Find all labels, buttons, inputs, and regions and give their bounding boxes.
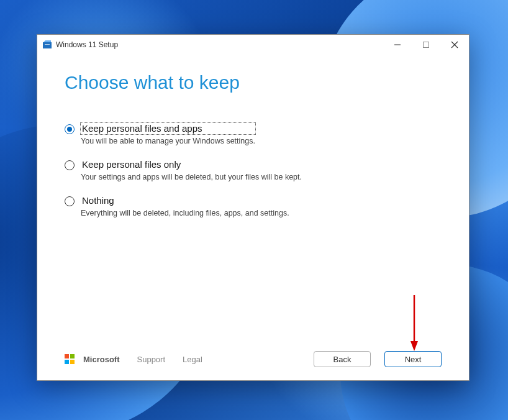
radio-icon[interactable] [65,196,75,206]
footer-brand: Microsoft [83,355,120,364]
option-description: Everything will be deleted, including fi… [81,209,289,217]
minimize-button[interactable] [383,35,412,55]
support-link[interactable]: Support [137,355,166,364]
page-title: Choose what to keep [65,72,442,93]
radio-icon[interactable] [65,124,75,134]
option-description: Your settings and apps will be deleted, … [81,173,302,181]
microsoft-logo-icon [65,354,75,364]
next-button[interactable]: Next [384,351,442,367]
option-keep-files-apps[interactable]: Keep personal files and apps You will be… [65,123,442,145]
radio-icon[interactable] [65,160,75,170]
svg-rect-3 [424,42,429,48]
options-group: Keep personal files and apps You will be… [65,123,442,217]
close-button[interactable] [440,35,469,55]
svg-rect-1 [45,44,50,45]
footer: Microsoft Support Legal Back Next [37,345,469,380]
titlebar[interactable]: Windows 11 Setup [37,35,469,55]
back-button[interactable]: Back [314,351,371,367]
legal-link[interactable]: Legal [183,355,202,364]
option-nothing[interactable]: Nothing Everything will be deleted, incl… [65,195,442,217]
svg-rect-0 [43,42,52,48]
maximize-button[interactable] [412,35,440,55]
option-keep-files-only[interactable]: Keep personal files only Your settings a… [65,159,442,181]
option-label: Nothing [81,195,289,206]
option-label: Keep personal files and apps [81,123,255,134]
window-title: Windows 11 Setup [56,40,118,49]
option-label: Keep personal files only [81,159,302,170]
setup-window: Windows 11 Setup Choose what to keep Kee… [37,34,469,381]
option-description: You will be able to manage your Windows … [81,137,255,145]
app-icon [42,40,52,50]
